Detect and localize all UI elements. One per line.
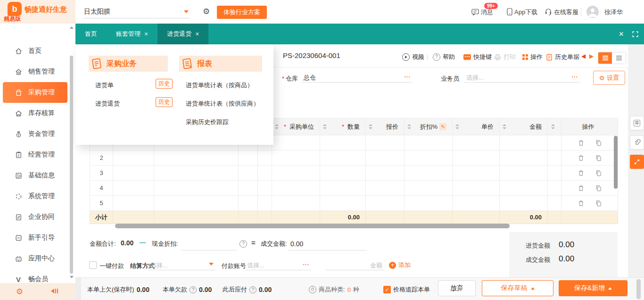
settle-method-placeholder[interactable]: 选择...	[150, 261, 168, 270]
menu-item-purchase-order[interactable]: 进货单	[95, 81, 114, 90]
sidebar-item-purchase[interactable]: 采购管理	[3, 82, 67, 103]
price-track-option[interactable]: ✓ 价格追踪本单	[383, 285, 430, 294]
col-quote[interactable]: 报价	[366, 118, 405, 135]
account-settings-gear-icon[interactable]: ⚙	[203, 8, 210, 16]
col-stub[interactable]	[548, 118, 561, 135]
col-purchase-unit[interactable]: *采购单位	[272, 118, 320, 135]
sidebar-item-home[interactable]: 首页	[0, 41, 75, 61]
col-discount[interactable]: 折扣%✎	[405, 118, 453, 135]
sidebar-item-base-info[interactable]: 基础信息	[0, 165, 75, 186]
attachment-button[interactable]	[630, 135, 644, 150]
table-horizontal-scrollbar[interactable]	[115, 224, 510, 228]
history-docs-button[interactable]: 历史单据	[546, 53, 579, 61]
tab-home[interactable]: 首页	[75, 24, 107, 44]
discard-button[interactable]: 放弃	[438, 280, 476, 296]
sidebar-scroll-down-icon[interactable]	[70, 276, 74, 278]
actions-button[interactable]: 操作	[522, 53, 543, 61]
sidebar-item-collaboration[interactable]: 企业协同	[0, 207, 75, 227]
sort-icon[interactable]	[455, 124, 459, 129]
salesman-placeholder[interactable]: 选择...	[466, 74, 484, 82]
expand-button[interactable]	[630, 155, 644, 169]
card-view-button[interactable]	[612, 52, 626, 64]
menu-item-purchase-return[interactable]: 进货退货	[95, 100, 120, 108]
delete-row-icon[interactable]	[578, 185, 584, 192]
fullscreen-icon[interactable]	[631, 30, 639, 38]
sort-icon[interactable]	[369, 124, 372, 129]
table-vertical-scrollbar[interactable]	[614, 136, 618, 189]
trial-plan-button[interactable]: 体验行业方案	[217, 6, 267, 19]
sidebar-settings-gear-icon[interactable]: ⚙	[16, 287, 23, 297]
sidebar-item-system[interactable]: 系统管理	[0, 186, 75, 207]
account-select-value[interactable]: 日太阳膜	[84, 8, 110, 16]
copy-row-icon[interactable]	[595, 200, 602, 207]
sort-icon[interactable]	[275, 124, 279, 129]
pay-account-field[interactable]: 选择... ...	[245, 258, 311, 270]
delete-row-icon[interactable]	[578, 170, 584, 176]
save-and-new-button[interactable]: 保存&新增	[559, 280, 627, 296]
copy-row-icon[interactable]	[595, 170, 602, 176]
question-circle-icon[interactable]: ?	[239, 240, 247, 248]
draft-box-button[interactable]: 草	[630, 116, 644, 130]
sidebar-item-onboarding[interactable]: 新手引导	[0, 227, 75, 248]
messages-button[interactable]: 消息	[471, 8, 493, 17]
pay-account-more-icon[interactable]: ...	[303, 259, 309, 267]
add-payment-button[interactable]: + 添加	[389, 261, 411, 269]
prev-doc-icon[interactable]: ◀	[581, 53, 586, 59]
next-doc-icon[interactable]: ▶	[589, 53, 594, 59]
question-circle-icon[interactable]: ?	[190, 286, 197, 293]
pay-account-placeholder[interactable]: 选择...	[247, 261, 264, 270]
sidebar-item-operations[interactable]: 经营管理	[0, 144, 75, 165]
shortcut-keys-button[interactable]: 快捷键	[463, 53, 492, 61]
help-button[interactable]: ?帮助	[433, 53, 455, 61]
close-icon[interactable]: ×	[144, 24, 148, 44]
sidebar-scroll-up-icon[interactable]	[70, 26, 74, 29]
sidebar-item-sales[interactable]: 销售管理	[0, 61, 75, 82]
sidebar-collapse-icon[interactable]	[51, 288, 58, 294]
col-qty[interactable]: *数量	[320, 118, 366, 135]
settings-button[interactable]: ⚙ 设置	[593, 71, 625, 85]
menu-item-report-by-supplier[interactable]: 进货单统计表（按供应商）	[186, 100, 259, 108]
col-amount[interactable]: 金额	[500, 118, 548, 135]
history-badge[interactable]: 历史	[156, 97, 173, 107]
video-button[interactable]: 视频	[402, 53, 424, 61]
list-view-button[interactable]	[598, 52, 612, 64]
user-avatar[interactable]	[586, 6, 599, 18]
question-circle-icon[interactable]: ?	[249, 286, 256, 293]
tab-account-mgmt[interactable]: 账套管理×	[107, 24, 157, 44]
sidebar-scrollbar[interactable]	[70, 56, 73, 274]
tab-purchase-return[interactable]: 进货退货×	[157, 24, 208, 44]
copy-row-icon[interactable]	[595, 185, 602, 192]
price-track-checkbox[interactable]: ✓	[383, 286, 391, 293]
sidebar-item-app-center[interactable]: 应用中心	[0, 248, 75, 269]
salesman-field[interactable]: 选择... ...	[464, 71, 580, 83]
sort-icon[interactable]	[551, 124, 555, 129]
page-scrollbar[interactable]	[636, 279, 641, 299]
salesman-more-icon[interactable]: ...	[571, 72, 578, 79]
copy-row-icon[interactable]	[595, 140, 602, 146]
sort-icon[interactable]	[503, 124, 506, 129]
close-icon[interactable]: ×	[195, 24, 199, 44]
delete-row-icon[interactable]	[578, 155, 584, 161]
save-draft-button[interactable]: 保存草稿	[482, 280, 553, 296]
print-button[interactable]: 打印	[494, 53, 516, 61]
history-badge[interactable]: 历史	[156, 79, 173, 89]
edit-pencil-icon[interactable]: ✎	[439, 123, 446, 130]
online-service-button[interactable]: 在线客服	[545, 8, 578, 17]
delete-row-icon[interactable]	[578, 140, 584, 146]
user-name[interactable]: 徐泽华	[604, 8, 623, 17]
delete-row-icon[interactable]	[578, 200, 584, 207]
sort-icon[interactable]	[323, 124, 327, 129]
warehouse-field[interactable]: 总仓 ...	[302, 71, 413, 83]
sort-icon[interactable]	[407, 124, 411, 129]
warehouse-more-icon[interactable]: ...	[404, 72, 411, 79]
settle-method-select[interactable]: 选择...	[149, 258, 215, 270]
copy-row-icon[interactable]	[595, 155, 602, 161]
pay-amount-field[interactable]: 金额	[325, 258, 384, 270]
chevron-down-icon[interactable]	[209, 263, 214, 266]
menu-item-report-by-goods[interactable]: 进货单统计表（按商品）	[186, 81, 253, 90]
close-all-icon[interactable]: ×	[619, 29, 624, 39]
chevron-down-icon[interactable]	[184, 10, 189, 13]
one-click-pay-checkbox[interactable]	[89, 261, 97, 269]
col-unit-price[interactable]: 单价	[453, 118, 500, 135]
app-download-button[interactable]: App下载	[507, 8, 537, 17]
